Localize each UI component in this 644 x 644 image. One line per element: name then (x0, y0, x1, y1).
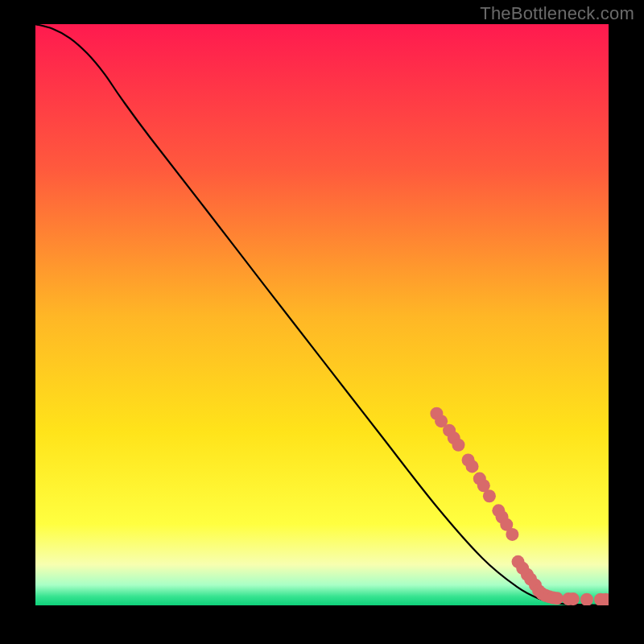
chart-frame: TheBottleneck.com (0, 0, 644, 644)
data-point (506, 528, 518, 541)
data-point (466, 460, 479, 473)
highlighted-points (430, 407, 609, 605)
data-point (551, 592, 564, 605)
points-layer (35, 24, 609, 605)
data-point (567, 592, 580, 605)
data-point (580, 593, 593, 605)
watermark-label: TheBottleneck.com (480, 3, 634, 24)
data-point (452, 439, 464, 452)
data-point (483, 489, 496, 502)
plot-area (35, 24, 609, 605)
